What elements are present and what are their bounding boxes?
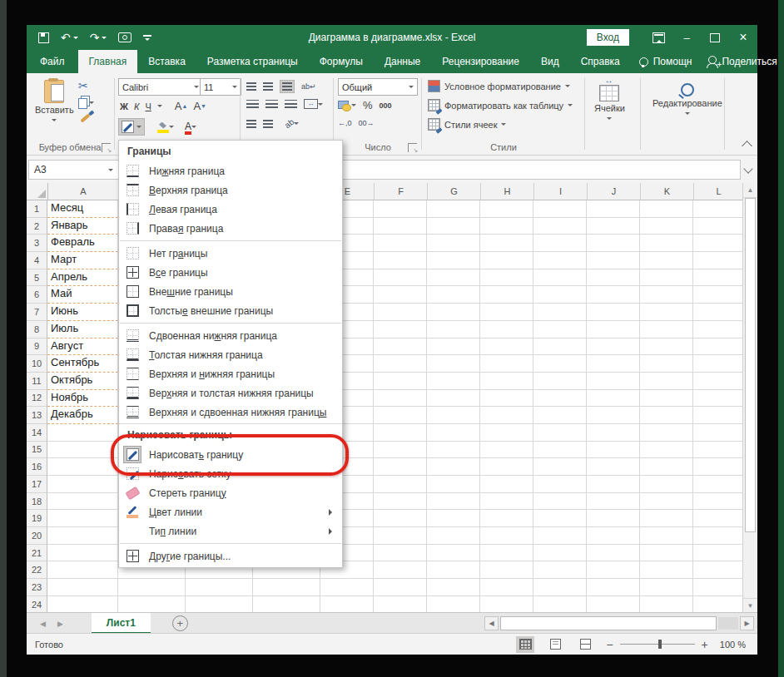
cell-I6[interactable]: [533, 286, 587, 304]
cell-I2[interactable]: [533, 218, 587, 235]
cell-L3[interactable]: [693, 235, 743, 252]
scroll-up-icon[interactable]: ▲: [743, 183, 757, 198]
undo-button[interactable]: ↶: [61, 32, 78, 43]
font-color-button[interactable]: А: [185, 121, 196, 133]
cell-A20[interactable]: [47, 527, 118, 545]
cell-H4[interactable]: [480, 252, 533, 269]
cell-A11[interactable]: Октябрь: [47, 373, 118, 390]
page-break-view-button[interactable]: [576, 636, 594, 653]
bold-button[interactable]: Ж: [120, 101, 128, 111]
cell-J6[interactable]: [587, 286, 640, 304]
cell-L10[interactable]: [693, 355, 743, 373]
cell-J16[interactable]: [587, 458, 640, 476]
column-header-L[interactable]: L: [694, 183, 744, 200]
cell-K3[interactable]: [640, 235, 693, 252]
row-header-19[interactable]: 19: [27, 510, 47, 527]
tab-home[interactable]: Главная: [78, 50, 138, 73]
cell-I8[interactable]: [533, 321, 587, 338]
cell-A18[interactable]: [47, 493, 118, 511]
zoom-slider-thumb[interactable]: [658, 640, 662, 649]
cell-J12[interactable]: [587, 390, 640, 408]
cell-A12[interactable]: Ноябрь: [47, 390, 118, 408]
cell-F1[interactable]: [374, 200, 427, 218]
cell-G9[interactable]: [427, 338, 480, 356]
cell-L9[interactable]: [693, 338, 743, 356]
tab-page-layout[interactable]: Разметка страницы: [196, 50, 309, 73]
menu-item-border-left[interactable]: Левая граница: [119, 200, 342, 219]
cell-J22[interactable]: [587, 561, 640, 579]
cell-F7[interactable]: [374, 304, 427, 321]
cell-A23[interactable]: [47, 579, 118, 596]
select-all-corner[interactable]: [27, 183, 48, 200]
row-header-16[interactable]: 16: [27, 458, 47, 476]
cell-G15[interactable]: [427, 442, 480, 459]
expand-formula-bar-button[interactable]: [741, 161, 756, 179]
cell-I3[interactable]: [533, 235, 587, 252]
cell-G12[interactable]: [427, 390, 480, 408]
borders-button[interactable]: [118, 118, 145, 136]
menu-item-border-none[interactable]: Нет границы: [119, 244, 342, 263]
cell-H23[interactable]: [480, 579, 533, 596]
cell-L16[interactable]: [693, 458, 743, 476]
cell-A9[interactable]: Август: [47, 338, 118, 356]
cell-F11[interactable]: [374, 373, 427, 390]
cell-F12[interactable]: [374, 390, 427, 408]
scroll-down-icon[interactable]: ▼: [743, 598, 757, 613]
column-header-J[interactable]: J: [588, 183, 641, 200]
cell-K10[interactable]: [640, 355, 693, 373]
cell-L12[interactable]: [693, 390, 743, 408]
cell-I1[interactable]: [533, 200, 587, 218]
minimize-button[interactable]: –: [672, 25, 701, 50]
close-button[interactable]: ×: [729, 25, 757, 50]
cut-button[interactable]: ✂: [78, 80, 94, 91]
menu-item-border-top-double-bottom[interactable]: Верхняя и сдвоенная нижняя границы: [119, 403, 342, 422]
horizontal-scroll-track[interactable]: [718, 617, 738, 630]
cell-A22[interactable]: [47, 561, 118, 579]
paste-button[interactable]: Вставить: [35, 80, 74, 124]
cell-G14[interactable]: [427, 424, 480, 442]
cell-K11[interactable]: [640, 373, 693, 390]
cell-A2[interactable]: Январь: [47, 218, 118, 235]
zoom-slider[interactable]: [620, 644, 695, 645]
cell-E23[interactable]: [320, 579, 374, 596]
cell-J13[interactable]: [587, 407, 640, 424]
cell-G18[interactable]: [427, 493, 480, 511]
cell-K19[interactable]: [640, 510, 693, 527]
menu-item-border-outside[interactable]: Внешние границы: [119, 282, 342, 301]
cell-G2[interactable]: [427, 218, 480, 235]
menu-item-border-thick-outside[interactable]: Толстые внешние границы: [119, 301, 342, 320]
name-box[interactable]: A3: [28, 160, 119, 180]
cell-F16[interactable]: [374, 458, 427, 476]
cell-K24[interactable]: [640, 596, 693, 613]
cell-L23[interactable]: [693, 579, 743, 596]
row-header-6[interactable]: 6: [27, 286, 47, 304]
cell-I14[interactable]: [533, 424, 587, 442]
cell-I23[interactable]: [533, 579, 587, 596]
cell-L22[interactable]: [693, 561, 743, 579]
row-header-23[interactable]: 23: [27, 579, 47, 596]
cell-H20[interactable]: [480, 527, 533, 545]
assistant-button[interactable]: Помощн: [631, 50, 701, 73]
horizontal-scroll-thumb[interactable]: [500, 616, 717, 630]
cell-G6[interactable]: [427, 286, 480, 304]
cell-A21[interactable]: [47, 545, 118, 562]
cell-K8[interactable]: [640, 321, 693, 338]
cell-A14[interactable]: [47, 424, 118, 442]
cell-L11[interactable]: [693, 373, 743, 390]
cell-F6[interactable]: [374, 286, 427, 304]
orientation-button[interactable]: ab: [285, 119, 299, 128]
cell-F19[interactable]: [374, 510, 427, 527]
cell-I7[interactable]: [533, 304, 587, 321]
cell-H18[interactable]: [480, 493, 533, 511]
align-right-button[interactable]: [285, 100, 297, 108]
cells-button[interactable]: Ячейки: [594, 85, 625, 122]
cell-F14[interactable]: [374, 424, 427, 442]
row-header-10[interactable]: 10: [27, 355, 47, 373]
zoom-in-button[interactable]: +: [702, 638, 708, 651]
percent-style-button[interactable]: %: [363, 99, 373, 111]
copy-button[interactable]: [78, 96, 94, 109]
cell-K5[interactable]: [640, 269, 693, 287]
cell-I15[interactable]: [533, 442, 587, 459]
cell-I4[interactable]: [533, 252, 587, 269]
cell-H5[interactable]: [480, 269, 533, 287]
